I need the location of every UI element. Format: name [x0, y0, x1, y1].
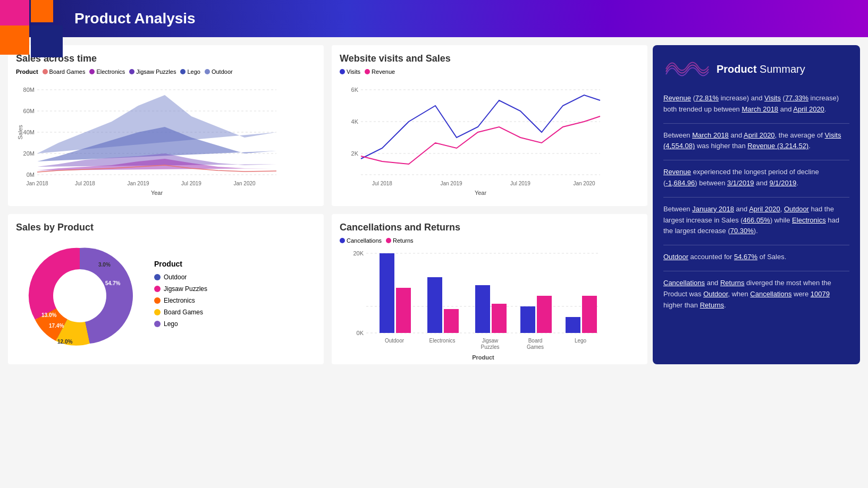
summary-waves-icon — [663, 56, 711, 82]
legend-lego: Lego — [180, 69, 200, 75]
svg-text:Puzzles: Puzzles — [481, 344, 499, 350]
svg-text:3.0%: 3.0% — [98, 262, 111, 268]
svg-rect-50 — [520, 306, 535, 333]
legend-product-label: Product — [16, 69, 38, 75]
svg-text:6K: 6K — [351, 87, 359, 93]
sales-by-product-title: Sales by Product — [16, 222, 316, 233]
svg-text:Year: Year — [475, 190, 487, 196]
summary-p5: Outdoor accounted for 54.67% of Sales. — [663, 252, 849, 263]
website-visits-title: Website visits and Sales — [340, 53, 639, 64]
summary-header: Product Summary — [663, 56, 849, 82]
logo — [0, 0, 64, 64]
summary-p1: Revenue (72.81% increase) and Visits (77… — [663, 93, 849, 115]
page-title: Product Analysis — [74, 10, 196, 27]
legend-cancellations: Cancellations — [340, 237, 382, 244]
summary-p2: Between March 2018 and April 2020, the a… — [663, 130, 849, 152]
svg-text:Electronics: Electronics — [429, 338, 456, 344]
donut-svg: 54.7% 17.4% 13.0% 12.0% 3.0% — [16, 237, 144, 354]
svg-text:Year: Year — [151, 190, 163, 196]
svg-text:Jan 2020: Jan 2020 — [573, 181, 595, 186]
legend-board-games: Board Games — [43, 69, 86, 75]
legend-returns: Returns — [386, 237, 414, 244]
svg-rect-46 — [427, 277, 442, 333]
svg-text:40M: 40M — [23, 129, 35, 135]
svg-text:20M: 20M — [23, 150, 35, 157]
svg-text:Jigsaw: Jigsaw — [482, 338, 499, 344]
svg-text:Jul 2019: Jul 2019 — [181, 181, 201, 186]
svg-text:Jan 2019: Jan 2019 — [127, 181, 149, 186]
svg-text:0M: 0M — [27, 172, 35, 178]
cancellations-chart: Cancellations and Returns Cancellations … — [332, 214, 647, 364]
svg-text:0K: 0K — [357, 330, 364, 336]
sales-by-product-chart: Sales by Product — [8, 214, 324, 364]
svg-text:Jan 2019: Jan 2019 — [440, 181, 462, 186]
svg-rect-47 — [444, 309, 459, 333]
legend-outdoor: Outdoor — [205, 69, 233, 75]
legend-visits: Visits — [340, 69, 360, 75]
svg-point-33 — [53, 269, 106, 322]
svg-rect-51 — [537, 296, 552, 333]
svg-text:80M: 80M — [23, 87, 35, 93]
website-visits-svg: 6K 4K 2K Jul 2018 Jan 2019 Jul 2019 Jan … — [340, 79, 600, 196]
svg-text:Board: Board — [528, 338, 543, 344]
svg-text:17.4%: 17.4% — [49, 323, 64, 329]
left-content: Sales across time Product Board Games El… — [8, 45, 647, 364]
svg-text:13.0%: 13.0% — [41, 312, 56, 318]
svg-text:Jul 2018: Jul 2018 — [372, 181, 392, 186]
svg-text:Product: Product — [472, 354, 494, 361]
svg-rect-48 — [475, 285, 490, 333]
summary-p6: Cancellations and Returns diverged the m… — [663, 278, 849, 311]
website-visits-chart: Website visits and Sales Visits Revenue — [332, 45, 647, 206]
svg-text:Jan 2018: Jan 2018 — [26, 181, 48, 186]
svg-text:Jul 2019: Jul 2019 — [510, 181, 530, 186]
sales-time-svg: 80M 60M 40M 20M 0M Sales — [16, 79, 276, 196]
legend-jigsaw: Jigsaw Puzzles — [129, 69, 176, 75]
cancellations-svg: 20K 0K — [340, 248, 600, 354]
svg-rect-45 — [396, 288, 411, 333]
cancellations-title: Cancellations and Returns — [340, 222, 639, 233]
main-content: Sales across time Product Board Games El… — [0, 37, 868, 372]
sales-time-chart: Sales across time Product Board Games El… — [8, 45, 324, 206]
donut-legend: Product Outdoor Jigsaw Puzzles Electroni… — [154, 260, 207, 332]
legend-revenue: Revenue — [365, 69, 395, 75]
svg-text:Sales: Sales — [17, 125, 23, 140]
svg-text:Jul 2018: Jul 2018 — [75, 181, 95, 186]
svg-text:Jan 2020: Jan 2020 — [233, 181, 256, 186]
svg-text:Outdoor: Outdoor — [385, 338, 404, 344]
svg-text:Games: Games — [527, 344, 544, 350]
svg-text:Lego: Lego — [575, 338, 587, 344]
svg-rect-52 — [566, 317, 580, 333]
summary-p4: Between January 2018 and April 2020, Out… — [663, 204, 849, 237]
legend-title: Product — [154, 260, 207, 268]
svg-text:2K: 2K — [351, 150, 359, 157]
svg-text:54.7%: 54.7% — [105, 280, 120, 286]
svg-text:12.0%: 12.0% — [57, 339, 72, 345]
summary-p3: Revenue experienced the longest period o… — [663, 167, 849, 189]
summary-title: Product Summary — [717, 63, 805, 75]
svg-rect-44 — [380, 253, 394, 333]
summary-panel: Product Summary Revenue (72.81% increase… — [653, 45, 860, 364]
svg-text:4K: 4K — [351, 118, 359, 125]
svg-rect-53 — [582, 296, 597, 333]
svg-rect-49 — [492, 304, 507, 333]
svg-text:20K: 20K — [353, 250, 364, 256]
header: Product Analysis — [0, 0, 868, 37]
svg-text:60M: 60M — [23, 108, 35, 114]
legend-electronics: Electronics — [89, 69, 125, 75]
